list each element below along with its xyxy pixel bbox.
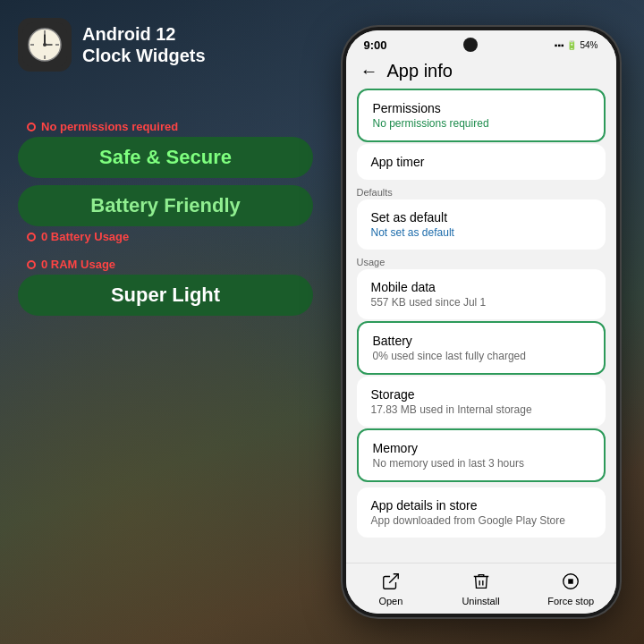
set-default-item[interactable]: Set as default Not set as default	[357, 199, 606, 250]
battery-dot	[27, 233, 36, 242]
main-container: Android 12 Clock Widgets No permissions …	[0, 0, 644, 644]
force-stop-label: Force stop	[547, 596, 594, 606]
battery-annotation-text: 0 Battery Usage	[41, 230, 129, 243]
battery-item[interactable]: Battery 0% used since last fully charged	[357, 321, 606, 375]
svg-rect-11	[568, 579, 573, 584]
app-header: Android 12 Clock Widgets	[18, 18, 313, 72]
permissions-dot	[27, 123, 36, 131]
mobile-data-title: Mobile data	[371, 280, 591, 294]
permissions-title: Permissions	[373, 101, 589, 115]
uninstall-icon	[470, 571, 492, 592]
app-title-sub: Clock Widgets	[82, 45, 206, 66]
open-label: Open	[378, 596, 402, 606]
app-timer-item[interactable]: App timer	[357, 144, 606, 180]
memory-item[interactable]: Memory No memory used in last 3 hours	[357, 428, 606, 482]
storage-subtitle: 17.83 MB used in Internal storage	[371, 403, 591, 416]
storage-item[interactable]: Storage 17.83 MB used in Internal storag…	[357, 377, 606, 427]
permissions-subtitle: No permissions required	[373, 117, 589, 130]
battery-subtitle: 0% used since last fully charged	[373, 350, 589, 362]
storage-title: Storage	[371, 387, 591, 402]
svg-point-8	[43, 43, 47, 47]
app-title-main: Android 12	[82, 23, 206, 45]
status-icons: ▪▪▪ 🔋 54%	[555, 40, 598, 50]
app-timer-title: App timer	[371, 155, 591, 169]
battery-status: 54%	[580, 40, 597, 50]
uninstall-label: Uninstall	[462, 596, 499, 606]
clock-icon	[22, 22, 67, 67]
back-button[interactable]: ←	[360, 61, 378, 81]
memory-title: Memory	[373, 441, 589, 455]
ram-annotation-row: 0 RAM Usage	[27, 258, 313, 271]
set-default-subtitle: Not set as default	[371, 226, 591, 239]
open-nav-item[interactable]: Open	[346, 564, 436, 614]
mobile-data-subtitle: 557 KB used since Jul 1	[371, 296, 591, 309]
bottom-nav: Open Uninstall	[346, 563, 616, 614]
app-details-item[interactable]: App details in store App downloaded from…	[357, 487, 606, 538]
usage-label: Usage	[346, 251, 616, 269]
phone-wrapper: 9:00 ▪▪▪ 🔋 54% ← App info	[343, 27, 620, 617]
app-bar: ← App info	[346, 55, 616, 89]
right-panel: 9:00 ▪▪▪ 🔋 54% ← App info	[331, 0, 644, 644]
battery-title: Battery	[373, 334, 589, 348]
ram-dot	[27, 260, 36, 269]
defaults-label: Defaults	[346, 182, 616, 199]
safe-secure-badge: Safe & Secure	[18, 137, 313, 178]
content-area: Permissions No permissions required App …	[346, 89, 616, 563]
safe-secure-text: Safe & Secure	[99, 146, 232, 168]
phone-frame: 9:00 ▪▪▪ 🔋 54% ← App info	[343, 27, 620, 617]
battery-friendly-badge: Battery Friendly	[18, 185, 313, 226]
app-bar-title: App info	[387, 61, 453, 81]
battery-annotation-row: 0 Battery Usage	[27, 230, 313, 243]
svg-line-9	[389, 574, 398, 583]
app-icon	[18, 18, 72, 72]
app-title: Android 12 Clock Widgets	[82, 23, 206, 66]
camera-notch	[463, 38, 478, 52]
permissions-annotation-text: No permissions required	[41, 120, 178, 133]
status-time: 9:00	[364, 38, 387, 52]
app-details-subtitle: App downloaded from Google Play Store	[371, 514, 591, 527]
battery-friendly-text: Battery Friendly	[90, 194, 241, 216]
set-default-title: Set as default	[371, 210, 591, 225]
app-details-title: App details in store	[371, 498, 591, 513]
permissions-annotation-row: No permissions required	[27, 120, 313, 133]
super-light-badge: Super Light	[18, 275, 313, 316]
open-icon	[380, 571, 402, 592]
ram-annotation-text: 0 RAM Usage	[41, 258, 115, 271]
left-panel: Android 12 Clock Widgets No permissions …	[0, 0, 331, 644]
phone-screen: 9:00 ▪▪▪ 🔋 54% ← App info	[346, 30, 616, 614]
wifi-icon: 🔋	[566, 40, 577, 50]
status-bar: 9:00 ▪▪▪ 🔋 54%	[346, 30, 616, 55]
uninstall-nav-item[interactable]: Uninstall	[436, 564, 526, 614]
labels-section: No permissions required Safe & Secure Ba…	[18, 116, 313, 316]
memory-subtitle: No memory used in last 3 hours	[373, 457, 589, 470]
force-stop-nav-item[interactable]: Force stop	[526, 564, 616, 614]
mobile-data-item[interactable]: Mobile data 557 KB used since Jul 1	[357, 269, 606, 319]
force-stop-icon	[560, 571, 581, 592]
signal-icon: ▪▪▪	[555, 40, 564, 50]
permissions-item[interactable]: Permissions No permissions required	[357, 89, 606, 142]
super-light-text: Super Light	[111, 284, 220, 306]
